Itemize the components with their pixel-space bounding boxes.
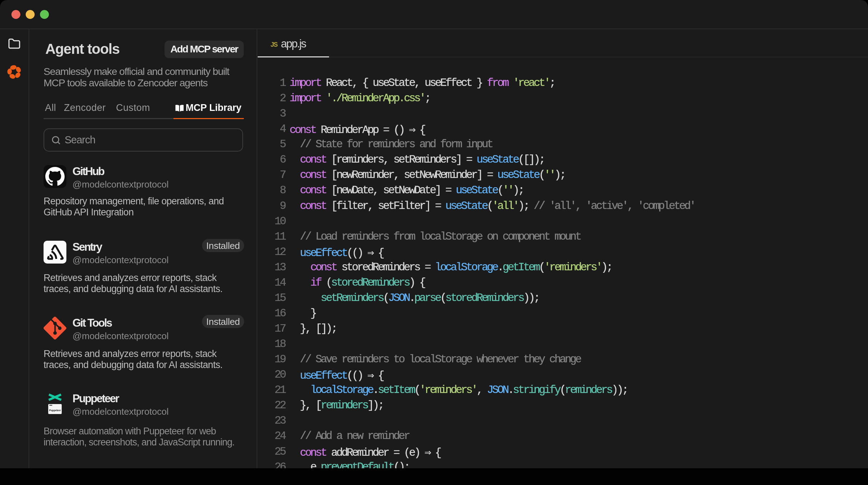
svg-text:Puppeteer: Puppeteer (49, 409, 61, 412)
